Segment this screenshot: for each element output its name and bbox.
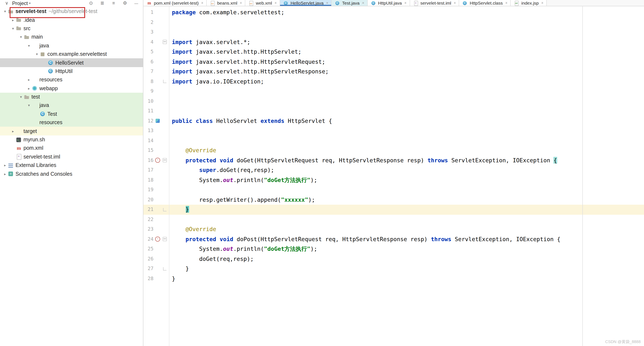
chevron-down-icon[interactable] <box>26 104 32 108</box>
tab-test-java[interactable]: Test.java× <box>332 0 368 6</box>
line-number[interactable]: 25 <box>144 244 154 254</box>
code-line-25[interactable]: 25 System.out.println("doGet方法执行"); <box>144 244 644 254</box>
expand-all-icon[interactable] <box>99 0 105 6</box>
code-line-17[interactable]: 17 super.doGet(req,resp); <box>144 165 644 175</box>
line-number[interactable]: 20 <box>144 195 154 205</box>
close-tab-icon[interactable]: × <box>240 1 242 5</box>
close-tab-icon[interactable]: × <box>274 1 277 5</box>
code-line-28[interactable]: 28} <box>144 274 644 284</box>
line-number[interactable]: 27 <box>144 264 154 274</box>
tree-item-resources[interactable]: resources <box>0 118 143 127</box>
code-line-12[interactable]: 12public class HelloServlet extends Http… <box>144 116 644 126</box>
chevron-down-icon[interactable] <box>18 95 24 99</box>
tab-helloservlet-java[interactable]: HelloServlet.java× <box>280 0 332 6</box>
line-number[interactable]: 21 <box>144 205 154 214</box>
line-number[interactable]: 6 <box>144 57 154 67</box>
code-line-16[interactable]: 16 protected void doGet(HttpServletReque… <box>144 156 644 165</box>
chevron-down-icon[interactable] <box>10 26 16 30</box>
fold-collapse-icon[interactable] <box>163 237 167 241</box>
line-number[interactable]: 17 <box>144 165 154 175</box>
line-number[interactable]: 23 <box>144 224 154 234</box>
line-number[interactable]: 24 <box>144 234 154 244</box>
code-line-20[interactable]: 20 resp.getWriter().append("xxxxxx"); <box>144 195 644 205</box>
chevron-right-icon[interactable] <box>10 129 16 133</box>
code-line-22[interactable]: 22 <box>144 214 644 224</box>
line-number[interactable]: 4 <box>144 37 154 47</box>
close-tab-icon[interactable]: × <box>505 1 508 5</box>
tab-httputil-java[interactable]: HttpUtil.java× <box>368 0 410 6</box>
chevron-right-icon[interactable] <box>26 86 32 90</box>
fold-collapse-icon[interactable] <box>163 40 167 44</box>
tree-item-servelet-test-iml[interactable]: servelet-test.iml <box>0 152 143 161</box>
project-view-selector[interactable]: Project ▾ <box>12 0 30 6</box>
close-tab-icon[interactable]: × <box>454 1 456 5</box>
code-line-21[interactable]: 21 } <box>144 205 644 214</box>
tree-item-idea[interactable]: .idea <box>0 16 143 24</box>
chevron-down-icon[interactable] <box>2 9 8 14</box>
close-tab-icon[interactable]: × <box>201 1 204 5</box>
line-number[interactable]: 11 <box>144 106 154 116</box>
chevron-right-icon[interactable] <box>10 18 16 22</box>
code-line-5[interactable]: 5import javax.servlet.http.HttpServlet; <box>144 47 644 57</box>
code-line-23[interactable]: 23 @Override <box>144 224 644 234</box>
fold-end-icon[interactable] <box>163 80 166 83</box>
code-line-4[interactable]: 4import javax.servlet.*; <box>144 37 644 47</box>
chevron-right-icon[interactable] <box>2 163 8 167</box>
line-number[interactable]: 12 <box>144 116 154 126</box>
code-line-26[interactable]: 26 doGet(req,resp); <box>144 254 644 264</box>
tree-item-java[interactable]: java <box>0 101 143 110</box>
override-method-gutter-icon[interactable] <box>155 237 160 242</box>
line-number[interactable]: 10 <box>144 96 154 106</box>
tree-item-external-libraries[interactable]: External Libraries <box>0 161 143 170</box>
fold-collapse-icon[interactable] <box>163 158 167 162</box>
hide-icon[interactable] <box>133 0 139 6</box>
close-tab-icon[interactable]: × <box>362 1 364 5</box>
code-line-19[interactable]: 19 <box>144 185 644 195</box>
line-number[interactable]: 15 <box>144 146 154 156</box>
tab-web-xml[interactable]: web.xml× <box>245 0 280 6</box>
chevron-down-icon[interactable] <box>4 0 10 6</box>
tree-item-com-example-servelettest[interactable]: com.example.servelettest <box>0 50 143 58</box>
fold-end-icon[interactable] <box>163 267 166 270</box>
override-method-gutter-icon[interactable] <box>155 158 160 163</box>
code-line-24[interactable]: 24 protected void doPost(HttpServletRequ… <box>144 234 644 244</box>
code-line-18[interactable]: 18 System.out.println("doGet方法执行"); <box>144 175 644 185</box>
collapse-all-icon[interactable] <box>111 0 116 6</box>
code-line-13[interactable]: 13 <box>144 126 644 136</box>
tree-item-java[interactable]: java <box>0 41 143 50</box>
close-tab-icon[interactable]: × <box>326 1 328 5</box>
tree-item-helloservlet[interactable]: HelloServlet <box>0 58 143 67</box>
tab-beans-xml[interactable]: beans.xml× <box>207 0 245 6</box>
line-number[interactable]: 2 <box>144 18 154 27</box>
code-line-11[interactable]: 11 <box>144 106 644 116</box>
servlet-run-gutter-icon[interactable] <box>156 119 160 123</box>
fold-end-icon[interactable] <box>163 208 166 211</box>
tree-item-pom-xml[interactable]: pom.xml <box>0 144 143 153</box>
tab-servelet-test-iml[interactable]: servelet-test.iml× <box>410 0 459 6</box>
tab-pom-xml-servelet-test[interactable]: pom.xml (servelet-test)× <box>144 0 207 6</box>
code-line-27[interactable]: 27 } <box>144 264 644 274</box>
line-number[interactable]: 5 <box>144 47 154 57</box>
code-line-7[interactable]: 7import javax.servlet.http.HttpServletRe… <box>144 67 644 76</box>
line-number[interactable]: 19 <box>144 185 154 195</box>
code-line-9[interactable]: 9 <box>144 86 644 96</box>
line-number[interactable]: 22 <box>144 214 154 224</box>
line-number[interactable]: 28 <box>144 274 154 284</box>
tree-item-webapp[interactable]: webapp <box>0 84 143 93</box>
line-number[interactable]: 14 <box>144 136 154 146</box>
code-line-8[interactable]: 8import java.io.IOException; <box>144 76 644 86</box>
line-number[interactable]: 16 <box>144 156 154 165</box>
code-line-14[interactable]: 14 <box>144 136 644 146</box>
code-area[interactable]: 1package com.example.servelettest;234imp… <box>144 6 644 346</box>
line-number[interactable]: 13 <box>144 126 154 136</box>
close-tab-icon[interactable]: × <box>404 1 407 5</box>
tree-item-target[interactable]: target <box>0 127 143 136</box>
close-tab-icon[interactable]: × <box>541 1 544 5</box>
code-line-3[interactable]: 3 <box>144 27 644 37</box>
tab-index-jsp[interactable]: index.jsp× <box>511 0 547 6</box>
settings-icon[interactable] <box>122 0 128 6</box>
tab-httpservlet-class[interactable]: HttpServlet.class× <box>459 0 511 6</box>
locate-icon[interactable] <box>88 0 94 6</box>
tree-item-test[interactable]: Test <box>0 110 143 118</box>
tree-item-scratches-and-consoles[interactable]: Scratches and Consoles <box>0 170 143 178</box>
